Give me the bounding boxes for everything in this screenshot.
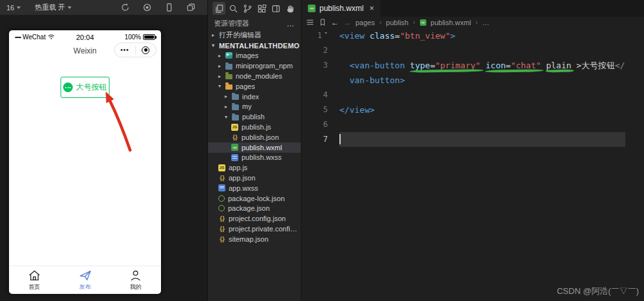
chevron-right-icon: ▸ (212, 32, 219, 38)
tree-item-label: project.config.json (229, 215, 286, 222)
tree-item-pages[interactable]: ▾pages (208, 81, 301, 92)
tab-publish-wxml[interactable]: publish.wxml × (301, 0, 381, 17)
tree-item-publish-json[interactable]: publish.json (208, 132, 301, 142)
windows-icon[interactable] (186, 3, 196, 12)
tree-item-label: images (236, 52, 258, 59)
code-line-6: 6 (301, 117, 644, 132)
search-icon[interactable] (227, 2, 240, 15)
simulator-toolbar: 16 热重载 开 (0, 0, 207, 15)
refresh-icon[interactable] (120, 3, 130, 12)
tabbar-label: 我的 (130, 283, 142, 291)
wxss-file-icon (231, 154, 238, 161)
tabbar-label: 发布 (79, 283, 91, 291)
tabbar-item-mine[interactable]: 我的 (110, 266, 161, 294)
code-line-4: 4 (301, 88, 644, 102)
close-icon[interactable]: × (370, 4, 374, 13)
line-number: 7 (323, 132, 328, 147)
tree-item-package-json[interactable]: package.json (208, 204, 301, 214)
tree-item-project-config-json[interactable]: project.config.json (208, 213, 301, 224)
files-icon[interactable] (213, 2, 225, 15)
code-line-3-wrap: van-button> (301, 73, 644, 88)
tree-item-miniprogram-npm[interactable]: ▸miniprogram_npm (208, 61, 301, 71)
json-file-icon (218, 215, 225, 222)
code-token: <view (339, 31, 365, 41)
folder-green-icon (225, 74, 232, 80)
chat-bubble-icon (63, 83, 73, 92)
tabbar-item-home[interactable]: 首页 (9, 266, 60, 294)
wxml-file-icon (308, 5, 316, 12)
tree-item-project-root[interactable]: ▾MENTALHEALTHDEMO (208, 41, 301, 51)
extensions-icon[interactable] (255, 2, 268, 15)
source-control-icon[interactable] (241, 2, 254, 15)
breadcrumb-separator: › (413, 19, 415, 26)
open-editors-list-icon[interactable] (306, 18, 314, 26)
fold-chevron-icon[interactable]: ˇ (324, 28, 328, 43)
caret-down-icon (68, 6, 71, 9)
code-area[interactable]: 1ˇ <view class="btn_view"> 2 3 <van-butt… (301, 28, 644, 147)
tree-item-publish[interactable]: ▾publish (208, 112, 301, 122)
tree-item-node-modules[interactable]: ▸node_modules (208, 71, 301, 81)
line-number: 5 (323, 102, 328, 117)
tree-item-app-wxss[interactable]: app.wxss (208, 183, 301, 193)
breadcrumb-bar: ← → pages › publish › publish.wxml › … (301, 17, 644, 28)
mini-program-tabbar: 首页 发布 我的 (9, 266, 161, 294)
record-icon[interactable] (142, 3, 152, 12)
hand-icon[interactable] (283, 2, 296, 15)
tree-item-publish-wxss[interactable]: publish.wxss (208, 153, 301, 163)
phone-icon[interactable] (164, 3, 174, 12)
hot-reload-toggle[interactable]: 热重载 开 (35, 3, 71, 12)
forward-arrow-icon[interactable]: → (343, 18, 351, 27)
capsule-menu: ••• (114, 43, 156, 57)
tree-item-index[interactable]: ▸index (208, 92, 301, 102)
tabbar-item-publish[interactable]: 发布 (60, 266, 111, 294)
folder-blue-icon (232, 104, 239, 110)
tree-item-app-js[interactable]: app.js (208, 162, 301, 173)
tree-item-label: sitemap.json (229, 235, 269, 243)
editor-layout-icon[interactable] (269, 2, 282, 15)
home-icon (28, 269, 41, 282)
tree-item-images[interactable]: ▸images (208, 51, 301, 61)
close-capsule-button[interactable] (136, 46, 156, 54)
explorer-panel: 资源管理器 … ▸打开的编辑器 ▾MENTALHEALTHDEMO ▸image… (207, 0, 301, 301)
breadcrumb-file[interactable]: publish.wxml (431, 19, 471, 26)
device-selector[interactable]: 16 (6, 4, 21, 12)
tabbar-label: 首页 (28, 283, 40, 291)
back-arrow-icon[interactable]: ← (331, 18, 339, 27)
van-button-primary[interactable]: 大号按钮 (61, 77, 109, 98)
code-token: </view> (339, 105, 375, 115)
chevron-right-icon: ▸ (218, 73, 225, 79)
green-marker-underline: icon="chat" (486, 61, 541, 70)
json-file-icon (218, 235, 225, 242)
folder-blue-icon (225, 64, 232, 70)
tree-item-package-lock-json[interactable]: package-lock.json (208, 193, 301, 204)
breadcrumb-more[interactable]: … (482, 19, 489, 26)
tree-item-my[interactable]: ▸my (208, 102, 301, 112)
folder-blue-icon (232, 115, 239, 121)
more-actions-icon[interactable]: … (287, 19, 295, 28)
status-bar: ••••• WeChat 20:04 100% (9, 30, 161, 42)
tree-item-publish-js[interactable]: publish.js (208, 122, 301, 132)
breadcrumb-pages[interactable]: pages (355, 19, 375, 26)
tree-item-label: node_modules (236, 72, 282, 80)
carrier-label: WeChat (23, 34, 46, 41)
tree-item-label: publish (242, 113, 265, 121)
line-number: 3 (323, 58, 328, 73)
breadcrumb-publish[interactable]: publish (386, 19, 408, 26)
bookmark-icon[interactable] (319, 18, 327, 26)
tree-item-sitemap-json[interactable]: sitemap.json (208, 234, 301, 244)
tree-item-label: publish.wxss (242, 153, 281, 161)
breadcrumb-separator: › (476, 19, 478, 26)
tree-item-label: app.js (229, 164, 247, 171)
tree-item-open-editors[interactable]: ▸打开的编辑器 (208, 30, 301, 41)
tree-item-app-json[interactable]: app.json (208, 173, 301, 183)
tree-item-label: MENTALHEALTHDEMO (219, 42, 299, 50)
tree-item-label: app.wxss (229, 184, 258, 192)
phone-simulator: ••••• WeChat 20:04 100% Weixin ••• 大号按钮 (9, 30, 161, 293)
json-file-icon (218, 175, 225, 182)
tree-item-publish-wxml[interactable]: publish.wxml (208, 142, 301, 153)
tree-item-label: publish.js (242, 123, 271, 131)
more-menu-button[interactable]: ••• (115, 47, 135, 53)
tree-item-label: app.json (229, 174, 256, 182)
wechat-devtools-window: 16 热重载 开 ••••• WeChat 20:04 100% (0, 0, 644, 301)
tree-item-project-private-config[interactable]: project.private.config.js... (208, 224, 301, 234)
